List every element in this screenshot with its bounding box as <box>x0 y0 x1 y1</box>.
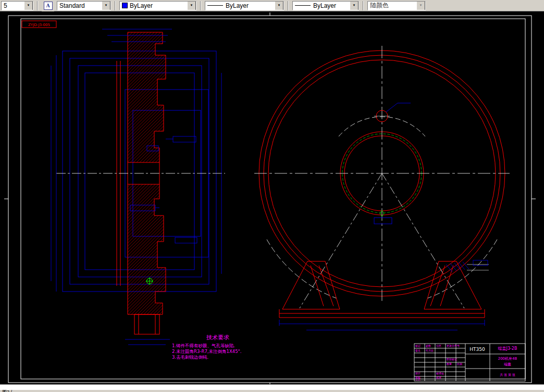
drawing-canvas-area[interactable]: ZYJD-J3-005 <box>0 11 544 384</box>
part-code-text: 端盖J3-2B <box>498 346 517 351</box>
svg-text:分区: 分区 <box>436 344 441 347</box>
toolbar-separator <box>363 1 364 10</box>
status-text: 图2 / <box>2 390 12 392</box>
title-block: HT350 端盖J3-2B 200机座4B 端盖 共 张 第 张 标记 处数 分… <box>414 344 525 381</box>
text-style-manager-button[interactable]: A <box>42 0 54 11</box>
lineweight-icon <box>295 5 311 6</box>
toolbar-separator <box>115 1 116 10</box>
chevron-down-icon[interactable]: ▼ <box>275 1 283 10</box>
drawing-number-text: ZYJD-J3-005 <box>28 23 50 27</box>
section-spigot <box>134 314 159 334</box>
front-view <box>254 46 510 330</box>
svg-text:年月日: 年月日 <box>426 349 434 352</box>
technical-notes: 技术要求 1.铸件不得有砂眼、气孔等缺陷. 2.未注圆角R3-R7,未注倒角1X… <box>172 334 242 360</box>
properties-toolbar: 5 ▼ A Standard ▼ ByLayer ▼ ByLayer ▼ ByL… <box>0 0 544 11</box>
project-text: 200机座4B <box>498 357 517 361</box>
chevron-down-icon[interactable]: ▼ <box>102 1 110 10</box>
svg-text:更改文件号: 更改文件号 <box>447 344 460 347</box>
command-line-input[interactable] <box>0 384 544 390</box>
text-style-combo-value: Standard <box>59 2 102 9</box>
linetype-combo[interactable]: ByLayer ▼ <box>205 1 284 10</box>
plot-style-combo[interactable]: 随颜色 ▼ <box>367 1 426 10</box>
status-bar: 图2 / <box>0 390 544 392</box>
sheet-frame <box>4 12 536 384</box>
chevron-down-icon[interactable]: ▼ <box>187 1 196 10</box>
lineweight-combo[interactable]: ByLayer ▼ <box>292 1 359 10</box>
section-hatch-top <box>128 32 166 162</box>
drawing-canvas[interactable]: ZYJD-J3-005 <box>0 11 544 384</box>
text-style-icon: A <box>44 2 53 10</box>
toolbar-separator <box>200 1 201 10</box>
svg-text:签名: 签名 <box>415 349 421 352</box>
plot-style-combo-value: 随颜色 <box>370 1 416 10</box>
toolbar-separator <box>288 1 289 10</box>
toolbar-separator <box>37 1 38 10</box>
chevron-down-icon[interactable]: ▼ <box>24 1 33 10</box>
note-line: 3.去毛刺锐边倒钝. <box>172 355 208 360</box>
svg-text:工艺: 工艺 <box>415 378 421 381</box>
lineweight-combo-value: ByLayer <box>313 2 350 9</box>
sheet-info-text: 共 张 第 张 <box>500 373 515 377</box>
chevron-down-icon[interactable]: ▼ <box>350 1 358 10</box>
note-line: 1.铸件不得有砂眼、气孔等缺陷. <box>172 343 235 348</box>
note-line: 2.未注圆角R3-R7,未注倒角1X45°. <box>172 349 242 354</box>
color-combo[interactable]: ByLayer ▼ <box>119 1 196 10</box>
svg-text:阶段标记: 阶段标记 <box>447 358 457 361</box>
svg-text:标记: 标记 <box>415 344 421 348</box>
text-style-combo[interactable]: Standard ▼ <box>57 1 111 10</box>
section-hatch-bottom <box>128 184 166 314</box>
scale-combo-value: 5 <box>4 2 24 9</box>
scale-combo[interactable]: 5 ▼ <box>1 1 33 10</box>
linetype-icon <box>207 5 223 6</box>
chevron-down-icon[interactable]: ▼ <box>416 1 425 10</box>
title-block-labels: 标记 处数 分区 更改文件号 签名 年月日 设计 审核 工艺 标准化 批准 阶段… <box>415 344 462 381</box>
color-swatch-icon <box>122 3 128 8</box>
linetype-combo-value: ByLayer <box>226 2 275 9</box>
svg-text:批准: 批准 <box>436 376 441 380</box>
part-name-text: 端盖 <box>504 362 511 366</box>
material-text: HT350 <box>469 347 485 352</box>
notes-title: 技术要求 <box>206 334 229 341</box>
drawing-number-box: ZYJD-J3-005 <box>22 21 56 28</box>
svg-text:设计: 设计 <box>415 372 421 375</box>
svg-text:数量: 数量 <box>447 362 452 365</box>
base-dimensions <box>279 320 485 330</box>
svg-text:比例: 比例 <box>457 362 462 366</box>
color-combo-value: ByLayer <box>130 2 187 9</box>
svg-text:处数: 处数 <box>426 344 431 348</box>
section-view <box>51 29 225 345</box>
bolt-hole <box>374 103 411 122</box>
svg-text:标准化: 标准化 <box>436 372 444 375</box>
